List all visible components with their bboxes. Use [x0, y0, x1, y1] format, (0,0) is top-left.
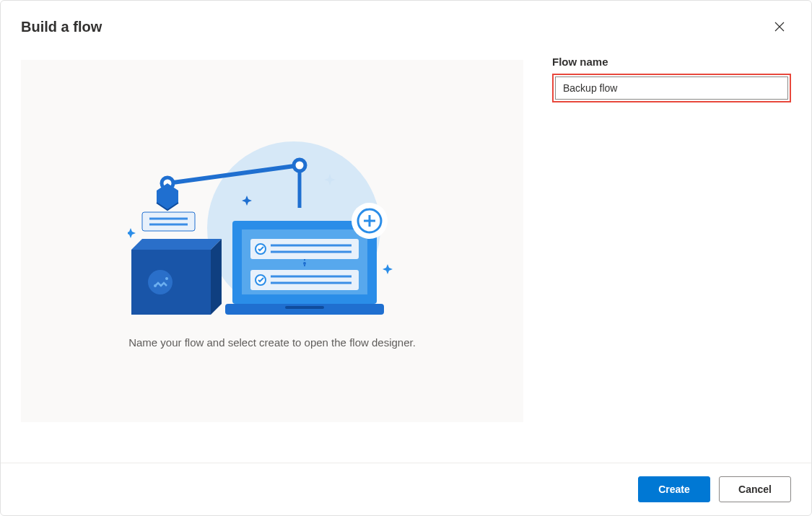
build-flow-dialog: Build a flow	[0, 0, 812, 516]
svg-rect-15	[250, 239, 359, 259]
svg-point-2	[294, 159, 305, 171]
flow-name-highlight	[552, 74, 791, 102]
illustration-caption: Name your flow and select create to open…	[128, 336, 416, 349]
flow-name-input[interactable]	[555, 76, 788, 100]
svg-rect-5	[142, 212, 195, 231]
svg-point-10	[165, 277, 168, 280]
svg-point-8	[148, 270, 173, 294]
dialog-content: Name your flow and select create to open…	[1, 50, 811, 463]
svg-rect-13	[225, 304, 384, 315]
flow-illustration	[128, 134, 416, 315]
close-button[interactable]	[768, 15, 791, 38]
dialog-title: Build a flow	[21, 19, 102, 35]
dialog-header: Build a flow	[1, 1, 811, 50]
svg-point-20	[303, 262, 306, 265]
illustration-panel: Name your flow and select create to open…	[21, 60, 523, 422]
create-button[interactable]: Create	[638, 476, 710, 502]
svg-point-9	[154, 284, 157, 287]
form-panel: Flow name	[552, 50, 791, 463]
svg-rect-14	[285, 306, 324, 309]
cancel-button[interactable]: Cancel	[719, 476, 791, 502]
close-icon	[774, 22, 785, 32]
flow-name-label: Flow name	[552, 56, 791, 68]
svg-rect-21	[250, 270, 359, 290]
dialog-footer: Create Cancel	[1, 463, 811, 515]
